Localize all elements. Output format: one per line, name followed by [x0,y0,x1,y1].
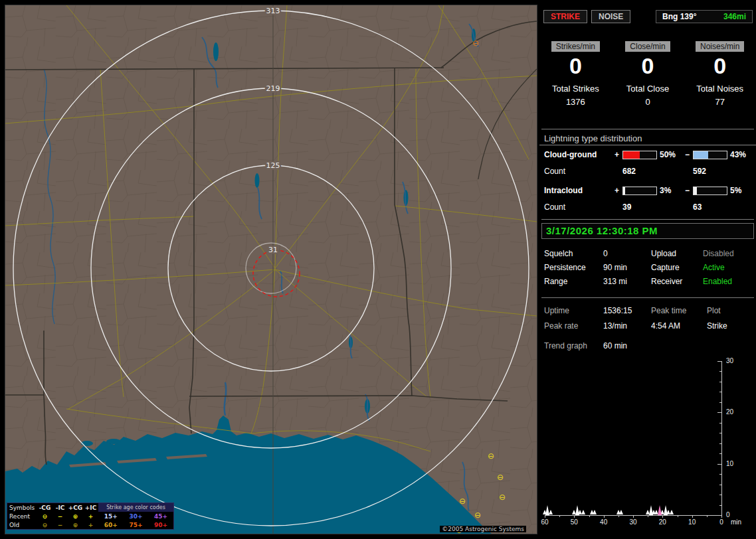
x-minor-tick [678,515,678,517]
legend-col-neg-ic: -IC [52,504,68,511]
total-close-label: Total Close [626,84,669,94]
strike-toggle-button[interactable]: STRIKE [543,10,587,23]
noise-toggle-button[interactable]: NOISE [591,10,630,23]
x-tick-label: 10 [686,518,699,526]
range-ring-label: 31 [268,246,278,254]
status-row: Persistence 90 min Capture Active [539,263,756,273]
legend-old-row: Old ⊖ − ⊕ + 60+75+90+ [7,520,173,529]
total-noises-value: 77 [715,97,724,107]
pos-ic-recent-icon: + [83,513,98,520]
count-label: Count [544,202,565,212]
legend-age-header: Strike age color codes [98,503,173,512]
pos-cg-recent-icon: ⊕ [68,513,83,520]
y-tick-label: 30 [726,357,743,364]
total-noises-label: Total Noises [696,84,743,94]
total-strikes-label: Total Strikes [552,84,599,94]
rate-counters: Strikes/min 0 Total Strikes 1376 Close/m… [539,41,756,107]
pos-ic-old-icon: + [83,522,98,528]
cg-positive-pct: 50% [660,150,676,159]
intracloud-count-row: Count 39 63 [539,202,756,212]
uptime-label: Uptime [544,306,569,315]
legend-old-ages: 60+75+90+ [98,522,173,528]
plot-value: Strike [707,321,727,331]
total-strikes-value: 1376 [566,97,585,107]
bearing-label: Bng 139° [662,12,696,21]
control-panel: STRIKE NOISE Bng 139° 346mi Strikes/min … [539,0,756,539]
trend-graph: 30201006050403020100min [545,356,756,539]
divider [541,297,754,298]
intracloud-label: Intracloud [544,186,583,195]
x-minor-tick [589,515,590,517]
x-tick [574,515,575,518]
y-minor-tick [719,505,721,506]
cloud-ground-label: Cloud-ground [544,150,597,159]
peak-rate-value: 13/min [603,321,627,331]
close-per-min-value: 0 [642,53,654,78]
nexstorm-window: 313 219 125 31 ⊖⊖⊖⊖⊖⊖⊖ Symbols -CG -IC +… [0,0,756,539]
x-axis-unit: min [731,518,741,526]
y-tick-label: 10 [726,460,743,467]
x-tick [662,515,663,518]
y-minor-tick [719,474,721,475]
cg-negative-pct: 43% [730,150,746,159]
upload-label: Upload [651,249,676,258]
squelch-value: 0 [603,249,608,258]
divider [541,129,754,129]
minus-sign: − [685,150,690,159]
plus-sign: + [614,150,619,159]
y-tick [717,361,721,362]
y-minor-tick [719,423,721,424]
capture-label: Capture [651,263,680,272]
cg-negative-count: 592 [693,167,706,176]
pos-cg-old-icon: ⊕ [68,522,83,528]
cloud-ground-row: Cloud-ground + 50% − 43% [539,150,756,159]
x-tick [545,515,545,518]
x-minor-tick [618,515,619,517]
legend-col-neg-cg: -CG [37,504,52,511]
x-tick [633,515,634,518]
x-minor-tick [648,515,648,517]
trend-spike [619,510,623,514]
squelch-label: Squelch [544,249,573,258]
trend-spike [581,510,585,514]
strikes-per-min-chip: Strikes/min [551,41,600,52]
legend-recent-label: Recent [7,513,37,520]
cg-negative-bar [693,151,727,159]
copyright-attribution: ©2005 Astrogenic Systems [440,526,526,532]
y-minor-tick [719,402,721,403]
status-row: Range 313 mi Receiver Enabled [539,277,756,287]
ic-positive-bar [622,187,657,195]
receiver-label: Receiver [651,277,682,286]
stats-row: Uptime 1536:15 Peak time Plot [539,306,756,317]
x-tick-label: 30 [626,518,640,526]
range-ring-label: 219 [266,84,280,93]
strike-age-code: 90+ [154,522,167,528]
ic-negative-count: 63 [693,202,702,212]
trend-window-value: 60 min [603,341,627,350]
noises-per-min-chip: Noises/min [696,41,744,52]
y-minor-tick [719,371,721,372]
neg-ic-old-icon: − [52,522,68,528]
mode-toolbar: STRIKE NOISE Bng 139° 346mi [543,10,753,23]
neg-cg-recent-icon: ⊖ [37,513,52,520]
y-tick-label: 0 [726,511,743,518]
y-minor-tick [719,485,721,485]
neg-ic-recent-icon: − [52,513,68,520]
upload-status: Disabled [703,249,734,258]
close-counter: Close/min 0 Total Close 0 [612,41,684,107]
uptime-value: 1536:15 [603,306,632,315]
legend-symbols-header: Symbols [7,504,37,511]
legend-recent-row: Recent ⊖ − ⊕ + 15+30+45+ [7,512,173,520]
peak-rate-label: Peak rate [544,321,578,331]
count-label: Count [544,167,565,176]
neg-cg-old-icon: ⊖ [37,522,52,528]
noises-counter: Noises/min 0 Total Noises 77 [684,41,756,107]
ic-positive-count: 39 [622,202,631,212]
x-tick-label: 50 [567,518,581,526]
x-tick [692,515,693,518]
range-value: 313 mi [603,277,627,286]
lightning-map[interactable]: 313 219 125 31 ⊖⊖⊖⊖⊖⊖⊖ Symbols -CG -IC +… [5,5,537,534]
trend-spike [549,510,553,514]
cg-positive-bar [622,151,657,159]
datetime-display: 3/17/2026 12:30:18 PM [541,223,754,239]
